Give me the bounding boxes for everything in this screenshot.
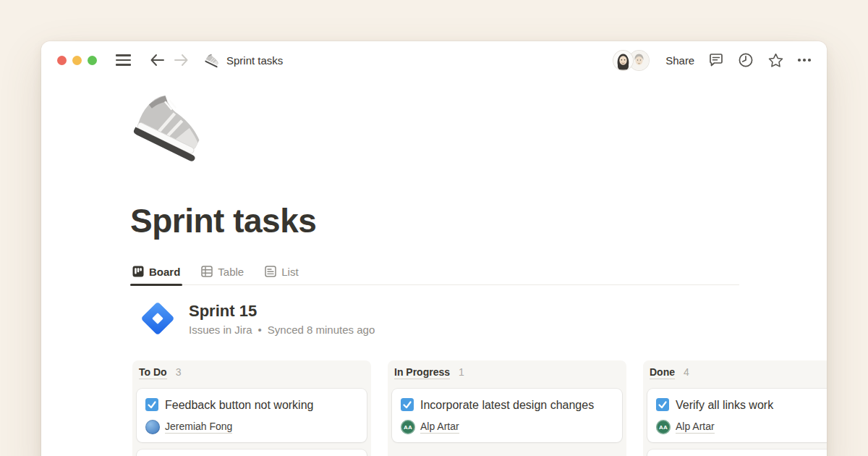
- board-view-icon: [132, 266, 144, 277]
- kanban-board: To Do 3 Feedback button not working Jere…: [132, 360, 827, 456]
- task-title-row: Incorporate latest design changes: [401, 396, 613, 414]
- breadcrumb-title: Sprint tasks: [226, 54, 283, 67]
- column-name[interactable]: Done: [650, 366, 675, 379]
- assignee-row: Jeremiah Fong: [145, 420, 358, 434]
- task-card-partial[interactable]: [647, 449, 827, 456]
- task-title-row: Feedback button not working: [145, 396, 358, 414]
- traffic-lights: [57, 56, 97, 65]
- forward-arrow-icon[interactable]: [174, 54, 189, 67]
- back-arrow-icon[interactable]: [150, 54, 165, 67]
- sidebar-menu-icon[interactable]: [116, 54, 131, 66]
- task-checkbox-checked-icon[interactable]: [401, 398, 414, 411]
- desktop-background: Sprint tasks: [0, 0, 868, 456]
- table-view-icon: [201, 266, 213, 277]
- jira-logo-icon: [140, 300, 176, 337]
- task-checkbox-checked-icon[interactable]: [145, 398, 158, 411]
- task-title: Feedback button not working: [165, 399, 313, 411]
- assignee-row: AA Alp Artar: [656, 420, 827, 434]
- column-count: 3: [176, 366, 182, 378]
- window-topbar: Sprint tasks: [41, 41, 827, 79]
- topbar-actions: Share: [613, 51, 811, 70]
- zoom-window-button[interactable]: [88, 56, 97, 65]
- column-header: In Progress 1: [394, 366, 622, 379]
- assignee-avatar-alp: AA: [656, 420, 671, 434]
- assignee-avatar-alp: AA: [401, 420, 415, 434]
- board-column-done: Done 4 Verify all links work AA Alp Arta…: [643, 360, 827, 456]
- close-window-button[interactable]: [57, 56, 67, 65]
- column-header: To Do 3: [139, 366, 367, 379]
- assignee-name[interactable]: Jeremiah Fong: [165, 421, 232, 434]
- updates-clock-icon[interactable]: [738, 52, 754, 68]
- column-count: 1: [459, 366, 464, 378]
- view-tabs: Board Table List: [132, 258, 739, 285]
- tab-table[interactable]: Table: [200, 258, 244, 285]
- assignee-avatar-jeremiah: [145, 420, 160, 434]
- tab-board[interactable]: Board: [132, 258, 181, 285]
- board-column-todo: To Do 3 Feedback button not working Jere…: [132, 360, 371, 456]
- page-title: Sprint tasks: [130, 200, 316, 242]
- tab-table-label: Table: [218, 266, 244, 278]
- board-column-in-progress: In Progress 1 Incorporate latest design …: [388, 360, 626, 456]
- app-window: Sprint tasks: [41, 41, 827, 456]
- column-header: Done 4: [650, 366, 827, 379]
- sprint-source: Issues in Jira: [189, 324, 252, 336]
- favorite-star-icon[interactable]: [767, 52, 784, 69]
- sprint-name: Sprint 15: [189, 302, 375, 321]
- task-card[interactable]: Verify all links work AA Alp Artar: [647, 389, 827, 442]
- task-card[interactable]: Feedback button not working Jeremiah Fon…: [137, 389, 367, 442]
- tab-list[interactable]: List: [264, 258, 299, 285]
- task-title-row: Verify all links work: [656, 396, 827, 414]
- column-name[interactable]: To Do: [139, 366, 167, 379]
- column-count: 4: [684, 366, 689, 378]
- task-card[interactable]: Incorporate latest design changes AA Alp…: [392, 389, 622, 442]
- assignee-name[interactable]: Alp Artar: [676, 421, 715, 434]
- task-title: Verify all links work: [676, 399, 773, 411]
- sprint-header-text: Sprint 15 Issues in Jira • Synced 8 minu…: [189, 302, 375, 336]
- tab-list-label: List: [281, 266, 298, 278]
- sneaker-emoji-icon: [205, 52, 221, 68]
- task-card-partial[interactable]: [137, 449, 367, 456]
- task-title: Incorporate latest design changes: [420, 399, 594, 411]
- avatar-woman: [613, 51, 633, 70]
- assignee-name[interactable]: Alp Artar: [420, 421, 459, 434]
- tab-board-label: Board: [149, 266, 180, 278]
- list-view-icon: [265, 266, 276, 277]
- sprint-header: Sprint 15 Issues in Jira • Synced 8 minu…: [140, 300, 375, 337]
- separator-dot: •: [258, 324, 262, 336]
- comments-icon[interactable]: [708, 52, 724, 68]
- column-name[interactable]: In Progress: [394, 366, 450, 379]
- collaborator-avatars[interactable]: [613, 51, 649, 70]
- minimize-window-button[interactable]: [72, 56, 82, 65]
- task-checkbox-checked-icon[interactable]: [656, 398, 669, 411]
- assignee-row: AA Alp Artar: [401, 420, 613, 434]
- more-options-icon[interactable]: [798, 59, 811, 62]
- breadcrumb[interactable]: Sprint tasks: [205, 52, 283, 68]
- sprint-sync-status: Issues in Jira • Synced 8 minutes ago: [189, 324, 375, 336]
- sprint-synced: Synced 8 minutes ago: [268, 324, 375, 336]
- page-icon-sneaker[interactable]: [132, 86, 210, 164]
- share-button[interactable]: Share: [665, 54, 694, 67]
